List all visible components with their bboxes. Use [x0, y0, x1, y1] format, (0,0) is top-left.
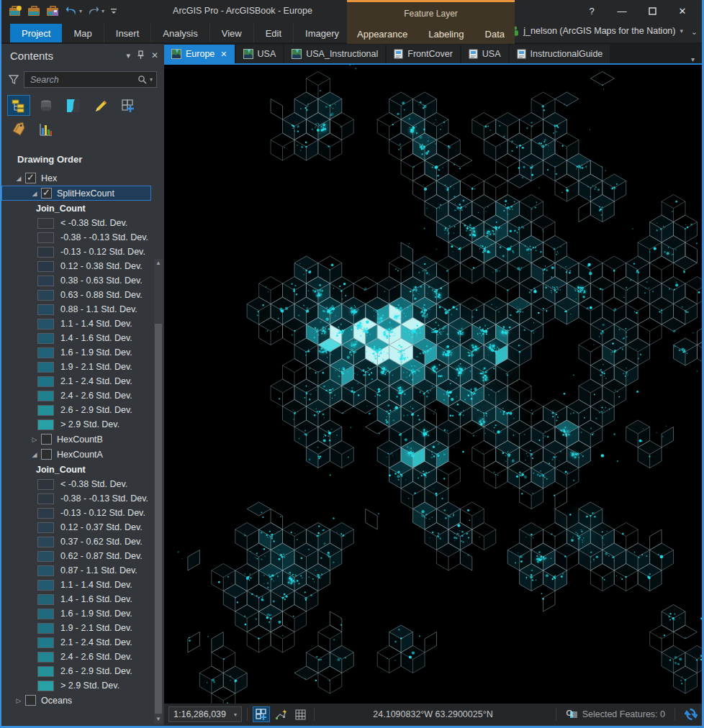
filter-icon[interactable]	[9, 75, 19, 84]
layer-checkbox[interactable]	[25, 695, 36, 706]
undo-dropdown-caret[interactable]: ▾	[79, 8, 82, 14]
undo-button[interactable]: ▾	[65, 6, 82, 17]
doc-tab-instructionalguide[interactable]: InstructionalGuide	[510, 45, 610, 63]
grid-button[interactable]	[292, 706, 309, 722]
doc-tab-frontcover[interactable]: FrontCover	[387, 45, 460, 63]
redo-button[interactable]: ▾	[87, 6, 104, 17]
ribbon-tab-view[interactable]: View	[210, 24, 254, 42]
save-project-button[interactable]	[46, 5, 60, 17]
ribbon-tab-project[interactable]: Project	[10, 24, 62, 42]
expand-icon[interactable]: ▷	[14, 697, 23, 704]
list-by-data-source-button[interactable]	[35, 95, 58, 116]
legend-swatch[interactable]	[37, 508, 54, 519]
legend-swatch[interactable]	[37, 522, 54, 533]
layer-checkbox[interactable]	[25, 173, 36, 183]
ribbon-tab-imagery[interactable]: Imagery	[294, 24, 351, 42]
ribbon-tab-edit[interactable]: Edit	[254, 24, 294, 42]
collapse-ribbon-button[interactable]: ⌄	[691, 27, 698, 37]
list-by-editing-button[interactable]	[89, 95, 112, 116]
scroll-down-icon[interactable]: ▼	[154, 715, 163, 724]
expand-icon[interactable]: ▷	[30, 436, 39, 443]
layer-checkbox[interactable]	[41, 188, 52, 199]
legend-swatch[interactable]	[37, 362, 54, 373]
close-pane-icon[interactable]: ✕	[151, 50, 158, 60]
layer-node-splithexcount[interactable]: ◢SplitHexCount	[1, 186, 151, 201]
maximize-button[interactable]	[637, 0, 667, 22]
doc-tab-usa[interactable]: USA	[236, 45, 284, 63]
doc-tab-usa_instructional[interactable]: USA_Instructional	[284, 45, 385, 63]
legend-swatch[interactable]	[37, 551, 54, 562]
legend-swatch[interactable]	[37, 666, 54, 677]
pane-menu-caret-icon[interactable]: ▾	[126, 51, 130, 60]
search-caret-icon[interactable]: ▾	[150, 76, 153, 83]
doc-tab-europe[interactable]: Europe✕	[164, 45, 235, 63]
open-project-button[interactable]	[27, 5, 41, 17]
contents-scrollbar[interactable]: ▲ ▼	[154, 259, 163, 724]
legend-swatch[interactable]	[37, 391, 54, 401]
scroll-up-icon[interactable]: ▲	[154, 259, 163, 268]
legend-swatch[interactable]	[37, 290, 54, 301]
legend-swatch[interactable]	[37, 276, 54, 286]
selection-tool-button[interactable]	[253, 706, 270, 722]
legend-swatch[interactable]	[37, 304, 54, 315]
close-button[interactable]: ✕	[667, 0, 698, 22]
search-icon[interactable]	[137, 75, 147, 84]
legend-swatch[interactable]	[37, 637, 54, 648]
legend-swatch[interactable]	[37, 376, 54, 387]
legend-swatch[interactable]	[37, 623, 54, 634]
collapse-icon[interactable]: ◢	[30, 190, 39, 197]
help-button[interactable]: ?	[577, 0, 607, 22]
contextual-tab-appearance[interactable]: Appearance	[357, 29, 407, 40]
legend-swatch[interactable]	[37, 537, 54, 547]
legend-swatch[interactable]	[37, 232, 54, 243]
refresh-icon[interactable]	[685, 708, 698, 721]
contextual-tab-data[interactable]: Data	[485, 29, 505, 40]
legend-swatch[interactable]	[37, 594, 54, 605]
legend-swatch[interactable]	[37, 652, 54, 663]
legend-swatch[interactable]	[37, 218, 54, 229]
list-by-selection-button[interactable]	[62, 95, 85, 116]
account-menu[interactable]: j_nelson (ArcGIS Maps for the Nation) ▾	[511, 26, 683, 36]
legend-swatch[interactable]	[37, 479, 54, 490]
list-by-snapping-button[interactable]	[117, 95, 140, 116]
legend-swatch[interactable]	[37, 580, 54, 591]
layer-checkbox[interactable]	[41, 449, 52, 460]
minimize-button[interactable]: —	[607, 0, 637, 22]
legend-swatch[interactable]	[37, 347, 54, 358]
list-by-drawing-order-button[interactable]	[7, 95, 30, 116]
legend-swatch[interactable]	[37, 681, 54, 691]
map-viewport[interactable]	[164, 65, 702, 704]
ribbon-tab-insert[interactable]: Insert	[104, 24, 152, 42]
legend-swatch[interactable]	[37, 419, 54, 430]
layer-node-oceans[interactable]: ▷Oceans	[1, 693, 151, 708]
layer-node-hexcountb[interactable]: ▷HexCountB	[1, 432, 151, 447]
legend-swatch[interactable]	[37, 405, 54, 416]
ribbon-tab-analysis[interactable]: Analysis	[151, 24, 209, 42]
legend-swatch[interactable]	[37, 247, 54, 258]
legend-swatch[interactable]	[37, 319, 54, 329]
layer-checkbox[interactable]	[41, 434, 52, 445]
collapse-icon[interactable]: ◢	[30, 451, 39, 458]
search-input[interactable]	[30, 75, 137, 85]
new-project-button[interactable]	[9, 5, 22, 17]
close-tab-icon[interactable]: ✕	[220, 50, 227, 59]
doc-tabs-overflow-icon[interactable]: ▾	[684, 55, 702, 63]
map-canvas[interactable]	[164, 65, 702, 704]
redo-dropdown-caret[interactable]: ▾	[101, 8, 104, 14]
legend-swatch[interactable]	[37, 609, 54, 619]
scale-combobox[interactable]: 1:16,286,039 ▾	[168, 706, 242, 722]
snap-mode-button[interactable]	[272, 706, 289, 722]
list-by-labeling-button[interactable]	[7, 119, 30, 140]
layer-node-hex[interactable]: ◢Hex	[1, 170, 151, 186]
layer-node-hexcounta[interactable]: ◢HexCountA	[1, 447, 151, 462]
scroll-thumb[interactable]	[155, 324, 162, 714]
doc-tab-usa[interactable]: USA	[461, 45, 508, 63]
legend-swatch[interactable]	[37, 261, 54, 272]
list-by-charts-button[interactable]	[35, 119, 58, 140]
contextual-tab-labeling[interactable]: Labeling	[428, 29, 464, 40]
legend-swatch[interactable]	[37, 493, 54, 504]
legend-swatch[interactable]	[37, 565, 54, 576]
collapse-icon[interactable]: ◢	[14, 175, 23, 182]
customize-qat-button[interactable]	[109, 6, 118, 15]
legend-swatch[interactable]	[37, 333, 54, 344]
